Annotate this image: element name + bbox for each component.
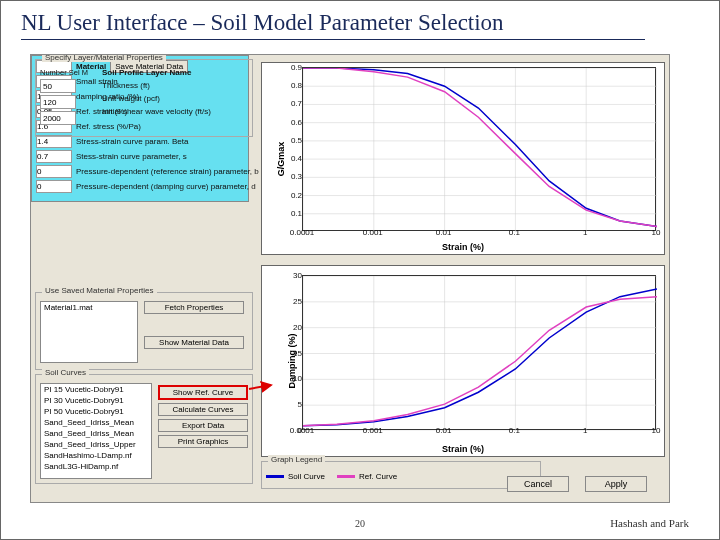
curves-listbox[interactable]: PI 15 Vucetic-Dobry91PI 30 Vucetic-Dobry… xyxy=(40,383,152,479)
vs-input[interactable] xyxy=(40,111,76,125)
param-label: Stress-strain curve param. Beta xyxy=(76,137,188,146)
vs-label: Initial shear wave velocity (ft/s) xyxy=(102,107,248,116)
param-input[interactable] xyxy=(36,150,72,163)
list-item[interactable]: PI 30 Vucetic-Dobry91 xyxy=(41,395,151,406)
profile-group-label: Specify Layer/Material Properties xyxy=(42,54,166,62)
chart1-xlabel: Strain (%) xyxy=(442,242,484,252)
chart2-xlabel: Strain (%) xyxy=(442,444,484,454)
print-graphics-button[interactable]: Print Graphics xyxy=(158,435,248,448)
thickness-input[interactable] xyxy=(40,79,76,93)
list-item[interactable]: PI 50 Vucetic-Dobry91 xyxy=(41,406,151,417)
curves-group-label: Soil Curves xyxy=(42,368,89,377)
unitwt-label: Unit weight (pcf) xyxy=(102,94,248,103)
dialog-window: Specify Layer/Material Properties Number… xyxy=(30,54,670,503)
list-item[interactable]: PI 15 Vucetic-Dobry91 xyxy=(41,384,151,395)
legend-group-label: Graph Legend xyxy=(268,455,325,464)
legend-ref-label: Ref. Curve xyxy=(359,472,397,481)
apply-button[interactable]: Apply xyxy=(585,476,647,492)
legend-soil: Soil Curve xyxy=(266,472,325,481)
profile-group: Specify Layer/Material Properties Number… xyxy=(35,59,253,137)
list-item[interactable]: Material1.mat xyxy=(41,302,137,313)
legend-soil-label: Soil Curve xyxy=(288,472,325,481)
authors: Hashash and Park xyxy=(610,517,689,529)
page-number: 20 xyxy=(355,518,365,529)
param-input[interactable] xyxy=(36,180,72,193)
saved-group-label: Use Saved Material Properties xyxy=(42,286,157,295)
calculate-curves-button[interactable]: Calculate Curves xyxy=(158,403,248,416)
thickness-label: Thickness (ft) xyxy=(102,81,248,90)
list-item[interactable]: Sand_Seed_Idriss_Upper xyxy=(41,439,151,450)
legend-ref: Ref. Curve xyxy=(337,472,397,481)
layer-label: Number Sel M xyxy=(40,68,96,77)
show-material-button[interactable]: Show Material Data xyxy=(144,336,244,349)
list-item[interactable]: SandHashimo-LDamp.nf xyxy=(41,450,151,461)
damping-chart: Damping (%) Strain (%) 051015202530 0.00… xyxy=(261,265,665,457)
chart2-plot xyxy=(302,275,656,430)
param-input[interactable] xyxy=(36,165,72,178)
title-underline xyxy=(21,39,699,40)
show-ref-curve-button[interactable]: Show Ref. Curve xyxy=(158,385,248,400)
saved-listbox[interactable]: Material1.mat xyxy=(40,301,138,363)
legend-ref-swatch xyxy=(337,475,355,478)
export-data-button[interactable]: Export Data xyxy=(158,419,248,432)
list-item[interactable]: Sand_Seed_Idriss_Mean xyxy=(41,417,151,428)
page-title: NL User Interface – Soil Model Parameter… xyxy=(21,9,699,37)
soil-curves-group: Soil Curves PI 15 Vucetic-Dobry91PI 30 V… xyxy=(35,374,253,484)
name-heading: Soil Profile Layer Name xyxy=(102,68,248,77)
saved-material-group: Use Saved Material Properties Material1.… xyxy=(35,292,253,370)
legend-soil-swatch xyxy=(266,475,284,478)
chart1-plot xyxy=(302,67,656,231)
cancel-button[interactable]: Cancel xyxy=(507,476,569,492)
list-item[interactable]: SandL3G-HiDamp.nf xyxy=(41,461,151,472)
unitwt-input[interactable] xyxy=(40,95,76,109)
param-label: Pressure-dependent (damping curve) param… xyxy=(76,182,256,191)
param-label: Pressure-dependent (reference strain) pa… xyxy=(76,167,259,176)
param-label: Stess-strain curve parameter, s xyxy=(76,152,187,161)
fetch-properties-button[interactable]: Fetch Properties xyxy=(144,301,244,314)
list-item[interactable]: Sand_Seed_Idriss_Mean xyxy=(41,428,151,439)
legend-group: Graph Legend Soil Curve Ref. Curve xyxy=(261,461,541,489)
g-gmax-chart: G/Gmax Strain (%) 0.10.20.30.40.50.60.70… xyxy=(261,62,665,255)
